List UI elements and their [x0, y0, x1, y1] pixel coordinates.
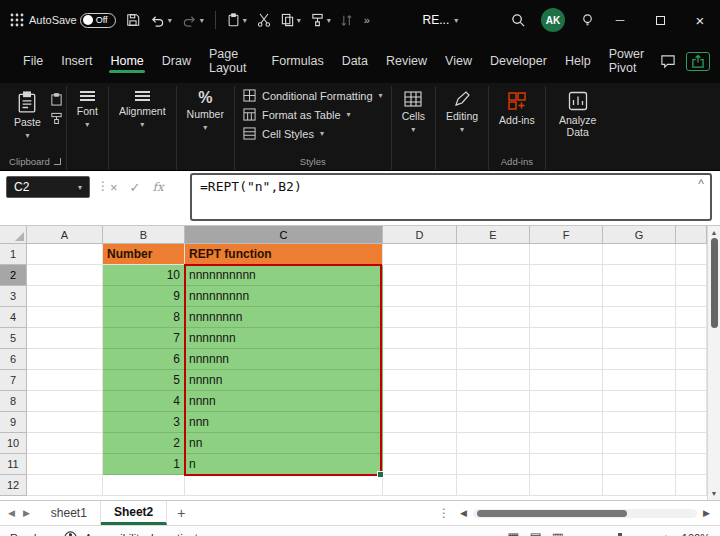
cell[interactable] — [603, 433, 676, 454]
cancel-entry-icon[interactable]: × — [110, 180, 118, 195]
cell[interactable] — [603, 454, 676, 475]
cell[interactable] — [383, 391, 457, 412]
cell[interactable] — [27, 391, 103, 412]
vertical-scroll-thumb[interactable] — [711, 238, 718, 328]
cell[interactable] — [457, 370, 530, 391]
comments-icon[interactable] — [660, 54, 676, 69]
cell-rept[interactable]: nnnnnn — [185, 349, 383, 370]
cell[interactable] — [603, 286, 676, 307]
tab-view[interactable]: View — [436, 47, 481, 76]
row-header[interactable]: 5 — [0, 328, 27, 349]
clipboard-dialog-launcher-icon[interactable] — [54, 158, 61, 165]
cell[interactable] — [27, 244, 103, 265]
scroll-up-icon[interactable]: ▲ — [711, 226, 718, 236]
cell-rept-header[interactable]: REPT function — [185, 244, 383, 265]
cell[interactable] — [530, 391, 603, 412]
editing-dropdown-icon[interactable]: ▾ — [460, 125, 464, 134]
cell[interactable] — [185, 475, 383, 496]
cell[interactable] — [27, 412, 103, 433]
copilot-lightbulb-icon[interactable] — [575, 9, 600, 32]
more-commands-icon[interactable]: » — [359, 10, 375, 30]
cell[interactable] — [457, 349, 530, 370]
column-header-b[interactable]: B — [103, 226, 185, 244]
cell[interactable] — [383, 286, 457, 307]
confirm-entry-icon[interactable]: ✓ — [130, 180, 141, 195]
format-painter-small-icon[interactable] — [50, 112, 63, 125]
cell-number[interactable]: 6 — [103, 349, 185, 370]
tab-draw[interactable]: Draw — [153, 47, 200, 76]
cell-rept[interactable]: n — [185, 454, 383, 475]
zoom-slider-thumb[interactable] — [618, 533, 622, 536]
format-as-table-dropdown-icon[interactable]: ▾ — [347, 110, 351, 119]
cell[interactable] — [603, 349, 676, 370]
cell-rept[interactable]: nnnn — [185, 391, 383, 412]
scroll-right-icon[interactable]: ▶ — [703, 508, 710, 518]
page-break-view-icon[interactable]: ▥ — [552, 530, 564, 536]
font-button[interactable]: Font ▾ — [70, 86, 105, 131]
formula-input[interactable]: =REPT("n",B2) — [190, 173, 712, 221]
page-layout-view-icon[interactable]: ▤ — [530, 530, 542, 536]
cell[interactable] — [27, 328, 103, 349]
column-header-d[interactable]: D — [383, 226, 457, 244]
tab-data[interactable]: Data — [333, 47, 377, 76]
cell[interactable] — [27, 475, 103, 496]
row-header[interactable]: 2 — [0, 265, 27, 286]
cell-number[interactable]: 9 — [103, 286, 185, 307]
cell[interactable] — [27, 307, 103, 328]
cell[interactable] — [530, 454, 603, 475]
column-header-a[interactable]: A — [27, 226, 103, 244]
alignment-dropdown-icon[interactable]: ▾ — [140, 120, 144, 129]
next-sheet-icon[interactable]: ▶ — [23, 508, 30, 518]
cell[interactable] — [603, 265, 676, 286]
cell[interactable] — [530, 433, 603, 454]
tab-bar-options-icon[interactable]: ⋮ — [438, 501, 450, 525]
editing-button[interactable]: Editing ▾ — [439, 86, 485, 136]
cell[interactable] — [103, 475, 185, 496]
number-button[interactable]: % Number ▾ — [180, 86, 231, 134]
alignment-button[interactable]: Alignment ▾ — [112, 86, 173, 131]
cell-number[interactable]: 10 — [103, 265, 185, 286]
cell-number[interactable]: 4 — [103, 391, 185, 412]
autosave-switch[interactable]: Off — [80, 13, 116, 28]
document-title[interactable]: RE... ▾ — [415, 13, 467, 27]
cell[interactable] — [457, 475, 530, 496]
cell[interactable] — [603, 391, 676, 412]
cell[interactable] — [530, 265, 603, 286]
cell[interactable] — [457, 286, 530, 307]
tab-home[interactable]: Home — [101, 47, 152, 76]
column-header-g[interactable]: G — [603, 226, 676, 244]
clipboard-qat-icon[interactable]: ▾ — [222, 9, 252, 31]
maximize-button[interactable] — [640, 0, 680, 40]
addins-button[interactable]: Add-ins — [492, 86, 542, 128]
cell[interactable] — [383, 328, 457, 349]
cell[interactable] — [603, 307, 676, 328]
tab-developer[interactable]: Developer — [481, 47, 556, 76]
row-header[interactable]: 8 — [0, 391, 27, 412]
cell-styles-button[interactable]: Cell Styles ▾ — [238, 124, 329, 143]
avatar[interactable]: AK — [541, 8, 565, 32]
cell-rept[interactable]: nnnnn — [185, 370, 383, 391]
name-box-dropdown-icon[interactable]: ▾ — [78, 183, 82, 192]
cell[interactable] — [27, 370, 103, 391]
row-header[interactable]: 4 — [0, 307, 27, 328]
tab-power-pivot[interactable]: Power Pivot — [600, 40, 660, 83]
cell[interactable] — [530, 307, 603, 328]
cut-icon[interactable] — [252, 9, 276, 31]
row-header[interactable]: 3 — [0, 286, 27, 307]
cell-number[interactable]: 3 — [103, 412, 185, 433]
format-painter-dropdown-icon[interactable]: ▾ — [327, 16, 331, 25]
column-header-f[interactable]: F — [530, 226, 603, 244]
cell[interactable] — [457, 454, 530, 475]
cell[interactable] — [530, 328, 603, 349]
cell[interactable] — [457, 412, 530, 433]
format-as-table-button[interactable]: Format as Table ▾ — [238, 105, 356, 124]
row-header[interactable]: 7 — [0, 370, 27, 391]
cell[interactable] — [530, 286, 603, 307]
conditional-formatting-dropdown-icon[interactable]: ▾ — [379, 91, 383, 100]
column-header-e[interactable]: E — [457, 226, 530, 244]
tab-file[interactable]: File — [14, 47, 52, 76]
redo-button[interactable]: ▾ — [177, 10, 209, 31]
save-button[interactable] — [121, 9, 145, 31]
cell[interactable] — [383, 307, 457, 328]
cell[interactable] — [530, 412, 603, 433]
